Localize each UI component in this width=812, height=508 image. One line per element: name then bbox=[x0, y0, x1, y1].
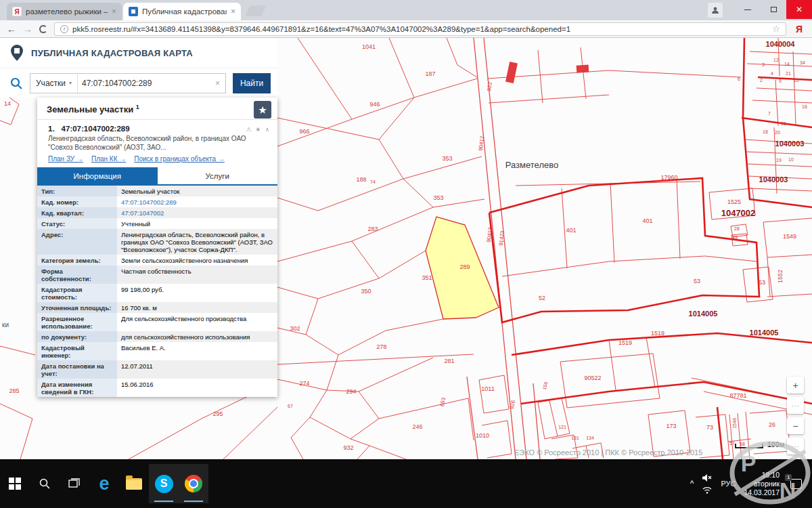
info-row-label: по документу: bbox=[37, 331, 117, 342]
result-link[interactable]: Поиск в границах объекта → bbox=[134, 155, 225, 163]
pkk-logo bbox=[9, 44, 24, 62]
result-index: 1. bbox=[48, 125, 55, 133]
parcel-lines-right bbox=[479, 38, 812, 459]
tab-services[interactable]: Услуги bbox=[158, 167, 278, 184]
info-row-label: Дата изменения сведений в ГКН: bbox=[37, 379, 117, 397]
window-maximize-button[interactable] bbox=[761, 0, 786, 19]
zoom-in-button[interactable]: + bbox=[787, 377, 804, 394]
start-button[interactable] bbox=[0, 464, 30, 503]
forward-button[interactable]: → bbox=[23, 24, 32, 34]
map-label: 281 bbox=[444, 358, 454, 364]
favorite-icon[interactable]: ★ bbox=[255, 126, 261, 133]
taskbar-search-button[interactable] bbox=[30, 464, 60, 503]
search-category-dropdown[interactable]: Участки ▾ bbox=[30, 74, 78, 93]
action-center-button[interactable]: 1 bbox=[788, 477, 804, 490]
favorites-button[interactable]: ★ bbox=[254, 101, 271, 119]
search-button[interactable]: Найти bbox=[233, 73, 271, 93]
warning-icon[interactable]: ⚠ bbox=[246, 126, 251, 133]
results-panel: Земельные участки 1 ★ 1. 47:07:1047002:2… bbox=[37, 98, 277, 397]
map-label: 683 bbox=[439, 397, 447, 407]
map-label: 173 bbox=[666, 423, 676, 429]
map-label: 1047002 bbox=[721, 208, 756, 218]
map-label: 1519 bbox=[618, 339, 632, 346]
map-label: 28 bbox=[734, 226, 740, 231]
map-label: 87781 bbox=[729, 392, 746, 399]
task-view-button[interactable] bbox=[60, 464, 89, 503]
info-row: Адрес:Ленинградская область, Всеволожски… bbox=[37, 229, 277, 255]
map-label: 1011 bbox=[481, 385, 494, 392]
info-row-value-link[interactable]: 47:07:1047002:289 bbox=[117, 196, 277, 207]
map-label: 246 bbox=[412, 423, 422, 430]
map-label: 26 bbox=[769, 421, 775, 428]
tab-information[interactable]: Информация bbox=[37, 167, 158, 184]
map-label: 14 bbox=[4, 100, 11, 107]
tray-expand-chevron-icon[interactable]: ^ bbox=[690, 479, 694, 488]
volume-icon[interactable] bbox=[702, 473, 713, 482]
result-cadastral-number[interactable]: 47:07:1047002:289 bbox=[62, 125, 130, 133]
map-label: 18 bbox=[763, 129, 768, 134]
map-label: 187 bbox=[425, 70, 435, 77]
search-icon bbox=[39, 478, 51, 490]
chrome-taskbar-icon[interactable] bbox=[179, 464, 208, 503]
info-row-value: для сельскохозяйственного использования bbox=[117, 331, 277, 342]
search-category-label: Участки bbox=[36, 79, 66, 88]
edge-taskbar-icon[interactable]: e bbox=[89, 464, 119, 503]
clear-search-icon[interactable]: × bbox=[210, 79, 225, 88]
window-close-button[interactable]: ✕ bbox=[786, 0, 812, 19]
tab-title: разметелево рыжики – bbox=[26, 7, 108, 16]
info-row-value-link[interactable]: 47:07:1047002 bbox=[117, 207, 277, 218]
map-tools-button-top[interactable]: ··· bbox=[787, 397, 804, 414]
panel-tabs: Информация Услуги bbox=[37, 167, 277, 186]
map-label: 353 bbox=[442, 155, 452, 162]
browser-tab-yandex[interactable]: Я разметелево рыжики – × bbox=[7, 3, 122, 20]
address-bar[interactable]: i pkk5.rosreestr.ru/#x=3413689.411451398… bbox=[54, 22, 786, 36]
collapse-icon[interactable]: ∧ bbox=[265, 126, 269, 133]
page-info-icon[interactable]: i bbox=[60, 25, 68, 33]
info-row: Кадастровый инженер:Васильев Е. А. bbox=[37, 342, 277, 360]
info-row-label: Тип: bbox=[37, 186, 117, 196]
map-label: 274 bbox=[299, 380, 309, 387]
profile-button[interactable] bbox=[708, 3, 723, 18]
chrome-icon bbox=[185, 475, 202, 492]
tab-close-icon[interactable]: × bbox=[231, 7, 235, 16]
yandex-extension-icon[interactable]: Я bbox=[793, 24, 805, 35]
info-row: Форма собственности:Частная собственност… bbox=[37, 266, 277, 284]
skype-taskbar-icon[interactable]: S bbox=[149, 464, 179, 503]
map-label: 1014005 bbox=[689, 310, 718, 318]
result-link[interactable]: План ЗУ → bbox=[48, 155, 83, 163]
info-row: Уточненная площадь:16 700 кв. м bbox=[37, 302, 277, 313]
map-label: 1040003 bbox=[775, 140, 805, 148]
url-text[interactable]: pkk5.rosreestr.ru/#x=3413689.411451398&y… bbox=[72, 25, 768, 33]
browser-tab-pkk[interactable]: Публичная кадастровая × bbox=[123, 3, 241, 20]
map-label: 121 bbox=[558, 425, 566, 429]
info-row-value: 12.07.2011 bbox=[117, 360, 277, 379]
site-title: ПУБЛИЧНАЯ КАДАСТРОВАЯ КАРТА bbox=[31, 48, 193, 58]
new-tab-button[interactable] bbox=[245, 5, 266, 16]
map-label: 9 bbox=[779, 79, 782, 83]
tab-close-icon[interactable]: × bbox=[112, 7, 116, 16]
browser-toolbar: ← → i pkk5.rosreestr.ru/#x=3413689.41145… bbox=[0, 20, 812, 38]
info-row: Тип:Земельный участок bbox=[37, 186, 277, 196]
info-row-label: Категория земель: bbox=[37, 255, 117, 266]
wifi-icon[interactable] bbox=[702, 486, 713, 494]
zoom-out-button[interactable]: − bbox=[787, 417, 804, 434]
map-label: 1549 bbox=[783, 233, 796, 240]
map-label: 1041 bbox=[362, 43, 376, 50]
map-label: 131 bbox=[571, 436, 579, 440]
back-button[interactable]: ← bbox=[7, 24, 16, 34]
info-row: Дата постановки на учет:12.07.2011 bbox=[37, 360, 277, 379]
taskbar-clock[interactable]: 18:10 вторник 14.03.2017 bbox=[744, 471, 780, 497]
bookmark-star-icon[interactable]: ☆ bbox=[772, 24, 780, 34]
result-link[interactable]: План КК → bbox=[91, 155, 126, 163]
map-label: 1014005 bbox=[750, 329, 779, 337]
file-explorer-taskbar-icon[interactable] bbox=[119, 464, 149, 503]
language-indicator[interactable]: РУС bbox=[721, 480, 736, 488]
window-minimize-button[interactable] bbox=[735, 0, 761, 19]
info-row: по документу:для сельскохозяйственного и… bbox=[37, 331, 277, 342]
search-input[interactable] bbox=[78, 79, 210, 88]
reload-button[interactable] bbox=[39, 25, 47, 33]
notification-icon bbox=[790, 479, 802, 489]
map-tools-button-bottom[interactable]: ··· bbox=[787, 438, 804, 454]
map-label: 10 bbox=[788, 157, 794, 162]
map-label: 14 bbox=[784, 62, 790, 66]
